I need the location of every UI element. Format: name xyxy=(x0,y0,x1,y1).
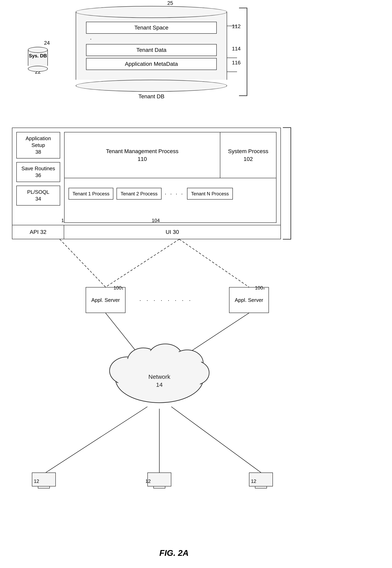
tenant-mgmt-ref: 110 xyxy=(138,156,147,162)
tenant-db-cylinder: Tenant Space 112 · Tenant Data 114 Appli… xyxy=(76,6,227,98)
system-process-box: System Process 102 xyxy=(220,132,276,178)
tenant1-label: Tenant 1 Process xyxy=(72,191,109,196)
svg-text:Network: Network xyxy=(148,373,170,380)
appl-server2-label: Appl. Server xyxy=(235,296,263,304)
svg-line-5 xyxy=(179,239,249,287)
save-routines-box: Save Routines 36 xyxy=(16,162,60,182)
api-ui-bar: API 32 UI 30 xyxy=(12,225,280,239)
ui-box: UI 30 xyxy=(64,225,280,239)
ref-12-left: 12 xyxy=(34,479,39,484)
app-setup-box: Application Setup 38 xyxy=(16,132,60,159)
svg-line-10 xyxy=(171,407,261,472)
system-process-label: System Process 102 xyxy=(228,147,268,163)
tenant-space-label: Tenant Space xyxy=(134,25,168,31)
tenant-mgmt-label: Tenant Management Process 110 xyxy=(106,147,179,163)
save-routines-ref: 36 xyxy=(35,172,41,178)
app-metadata-label: Application MetaData xyxy=(125,61,178,67)
right-area: Tenant Management Process 110 System Pro… xyxy=(64,132,277,223)
tenant-db-dots: · xyxy=(86,36,92,42)
sys-db-label: Sys. DB xyxy=(29,53,47,59)
save-routines-label: Save Routines xyxy=(21,165,55,172)
svg-line-8 xyxy=(46,407,147,472)
plsoql-box: PL/SOQL 34 xyxy=(16,186,60,205)
ref-100-n: 100ₙ xyxy=(255,285,265,291)
ref-112: 112 xyxy=(232,23,241,29)
tenant-data-label: Tenant Data xyxy=(137,47,167,53)
diagram: 24 Sys. DB 22 25 23 Tenant Space 112 xyxy=(0,0,392,568)
left-column: Application Setup 38 Save Routines 36 PL… xyxy=(16,132,60,205)
ref-116: 116 xyxy=(232,60,241,66)
network-cloud-svg: Network 14 xyxy=(104,339,215,407)
svg-line-3 xyxy=(60,239,106,287)
tenant-mgmt-box: Tenant Management Process 110 xyxy=(65,132,220,178)
tenant2-box: Tenant 2 Process xyxy=(116,188,161,200)
ref-12-right: 12 xyxy=(251,479,256,484)
sys-db-number: 24 xyxy=(24,40,50,46)
tenant2-label: Tenant 2 Process xyxy=(121,191,157,196)
appl-server1-label: Appl. Server xyxy=(91,296,120,304)
ui-label: UI 30 xyxy=(166,229,179,235)
svg-line-4 xyxy=(106,239,179,287)
svg-point-24 xyxy=(183,363,207,383)
tenant1-box: Tenant 1 Process xyxy=(69,188,113,200)
ref-25: 25 xyxy=(167,0,173,6)
api-box: API 32 xyxy=(12,225,64,239)
tenant-db-label: Tenant DB xyxy=(76,93,227,100)
tenant-space-box: Tenant Space xyxy=(86,22,217,34)
ref-104: 104 xyxy=(152,218,160,223)
app-setup-ref: 38 xyxy=(35,149,41,155)
appl-server-1: Appl. Server xyxy=(86,287,126,313)
api-label: API 32 xyxy=(30,229,46,235)
tenant-processes-row: Tenant 1 Process Tenant 2 Process · · · … xyxy=(65,178,276,209)
tenantn-label: Tenant N Process xyxy=(191,191,229,196)
tenantn-box: Tenant N Process xyxy=(187,188,233,200)
app-server-dots: · · · · · · · · xyxy=(140,297,193,304)
right-top-row: Tenant Management Process 110 System Pro… xyxy=(65,132,276,178)
plsoql-ref: 34 xyxy=(35,196,41,202)
client-device-mid xyxy=(147,472,171,488)
sys-db-cylinder: Sys. DB xyxy=(28,47,48,75)
server-section: Application Setup 38 Save Routines 36 PL… xyxy=(12,128,281,239)
system-process-ref: 102 xyxy=(244,156,253,162)
app-setup-label: Application Setup xyxy=(26,135,51,148)
sys-db-container: 24 Sys. DB 22 xyxy=(24,40,52,75)
ref-114: 114 xyxy=(232,46,241,52)
svg-text:14: 14 xyxy=(156,381,163,388)
ref-100-1: 100₁ xyxy=(113,285,124,291)
tenant-db-container: 25 23 Tenant Space 112 · Tenant Data xyxy=(72,6,231,98)
tenant-dots: · · · · xyxy=(165,190,184,197)
app-metadata-box: Application MetaData xyxy=(86,58,217,70)
appl-server-2: Appl. Server xyxy=(229,287,269,313)
tenant-data-box: Tenant Data xyxy=(86,44,217,56)
plsoql-label: PL/SOQL xyxy=(27,189,49,195)
fig-label: FIG. 2A xyxy=(159,548,189,558)
ref-12-mid: 12 xyxy=(145,479,151,484)
